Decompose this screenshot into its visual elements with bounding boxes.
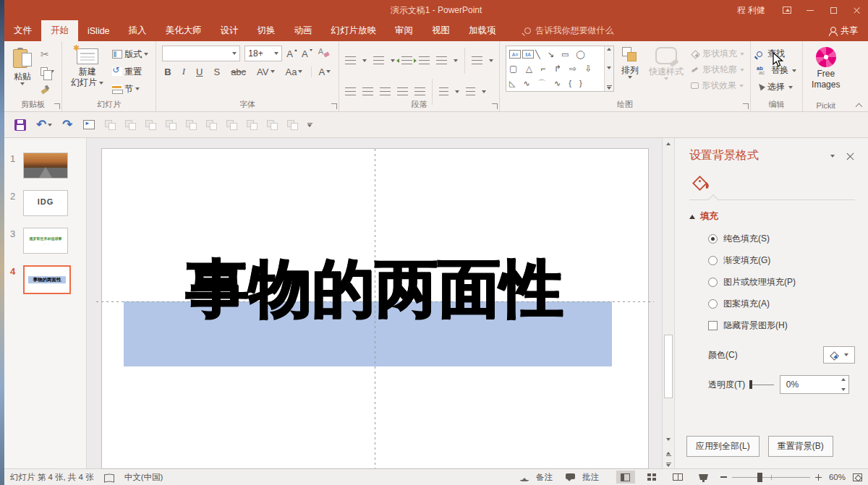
tab-slideshow[interactable]: 幻灯片放映 (322, 20, 386, 41)
zoom-percentage[interactable]: 60% (829, 473, 846, 481)
slide-thumbnail-3[interactable]: 俄罗斯世界杯说球事· ··· · ··· (23, 228, 68, 254)
group-tool[interactable] (186, 120, 196, 129)
redo-button[interactable] (62, 117, 72, 132)
align-left-button[interactable] (345, 87, 356, 96)
tell-me-search[interactable]: 告诉我你想要做什么 (524, 20, 614, 41)
format-painter-button[interactable] (39, 82, 56, 96)
free-images-button[interactable]: Free Images (809, 46, 843, 98)
change-case-button[interactable]: Aa (284, 66, 305, 77)
collapse-ribbon-button[interactable] (856, 103, 862, 108)
scroll-up-button[interactable] (663, 138, 674, 150)
option-gradient-fill[interactable]: 渐变填充(G) (708, 254, 855, 267)
send-back-tool[interactable] (287, 120, 297, 129)
increase-indent-button[interactable] (419, 56, 430, 65)
spin-up-icon[interactable] (841, 378, 846, 381)
justify-button[interactable] (397, 87, 408, 96)
cut-button[interactable] (39, 47, 56, 61)
send-backward-tool[interactable] (247, 120, 257, 129)
align-tool-2[interactable] (125, 120, 135, 129)
increase-font-button[interactable]: A (286, 48, 297, 59)
undo-button[interactable] (36, 117, 52, 132)
quick-styles-button[interactable]: 快速样式 (646, 46, 686, 98)
vertical-textbox-icon[interactable]: ‖A (522, 50, 534, 59)
shapes-scroll-down-icon[interactable] (607, 66, 611, 69)
paragraph-dialog-launcher[interactable] (492, 103, 498, 109)
layout-button[interactable]: 版式 (111, 47, 150, 61)
notes-toggle[interactable]: 备注 (536, 472, 553, 483)
normal-view-button[interactable] (616, 471, 635, 484)
clear-formatting-button[interactable] (318, 50, 328, 57)
align-center-button[interactable] (362, 87, 373, 96)
arrange-button[interactable]: 排列 (618, 46, 642, 98)
fill-bucket-icon[interactable] (691, 175, 712, 194)
align-tool-4[interactable] (166, 120, 176, 129)
font-color-button[interactable]: A (311, 66, 333, 77)
line-spacing-button[interactable] (436, 56, 447, 65)
reset-background-button[interactable]: 重置背景(B) (768, 436, 833, 457)
scroll-down-button[interactable] (663, 434, 674, 445)
text-direction-button[interactable] (472, 56, 482, 65)
distribute-button[interactable] (414, 87, 425, 96)
replace-button[interactable]: 替换 (757, 64, 796, 77)
slideshow-view-button[interactable] (694, 471, 713, 484)
panel-menu-caret[interactable] (830, 155, 835, 158)
apply-to-all-button[interactable]: 应用到全部(L) (686, 436, 760, 457)
tab-islide[interactable]: iSlide (78, 20, 119, 41)
tab-review[interactable]: 审阅 (386, 20, 422, 41)
shapes-scroll-up-icon[interactable] (607, 48, 611, 51)
strikethrough-button[interactable]: abc (229, 66, 248, 77)
radio-solid-fill[interactable] (708, 234, 718, 244)
font-name-combo[interactable] (162, 46, 240, 61)
slide-thumbnail-4-selected[interactable]: 事物的两面性 (23, 265, 71, 294)
scrollbar-thumb[interactable] (664, 335, 673, 398)
option-picture-fill[interactable]: 图片或纹理填充(P) (708, 276, 855, 288)
new-slide-button[interactable]: 新建 幻灯片 (68, 46, 106, 98)
tab-animations[interactable]: 动画 (285, 20, 322, 41)
vertical-scrollbar[interactable] (662, 138, 674, 468)
align-tool-1[interactable] (105, 120, 115, 129)
tab-view[interactable]: 视图 (422, 20, 459, 41)
tab-home[interactable]: 开始 (41, 20, 78, 41)
zoom-slider-track[interactable] (732, 477, 810, 478)
next-slide-button[interactable] (666, 463, 671, 467)
font-size-combo[interactable]: 18+ (244, 46, 282, 61)
slide-thumbnail-1[interactable] (23, 153, 68, 179)
tab-file[interactable]: 文件 (4, 20, 41, 41)
tab-transitions[interactable]: 切换 (248, 20, 285, 41)
language-indicator[interactable]: 中文(中国) (124, 472, 163, 483)
color-picker-button[interactable] (823, 346, 855, 364)
shape-icons-row3[interactable] (509, 80, 585, 87)
shape-outline-button[interactable]: 形状轮廓 (691, 64, 744, 76)
clipboard-dialog-launcher[interactable] (54, 103, 60, 109)
smartart-convert-button[interactable] (466, 87, 475, 96)
zoom-slider-thumb[interactable] (757, 473, 762, 482)
select-button[interactable]: 选择 (757, 81, 796, 93)
slide-sorter-button[interactable] (642, 471, 661, 484)
find-button[interactable]: 查找 (757, 48, 796, 60)
previous-slide-button[interactable] (666, 452, 671, 456)
minimize-button[interactable] (799, 0, 822, 20)
slide-canvas[interactable]: 事物的两面性 (101, 148, 649, 469)
bold-button[interactable]: B (162, 66, 173, 77)
close-button[interactable] (845, 0, 868, 20)
align-right-button[interactable] (380, 87, 391, 96)
bullets-button[interactable] (345, 56, 356, 65)
zoom-in-button[interactable] (815, 474, 822, 481)
panel-close-icon[interactable] (846, 152, 855, 160)
option-hide-background[interactable]: 隐藏背景图形(H) (708, 319, 855, 332)
shape-fill-button[interactable]: 形状填充 (691, 48, 744, 60)
transparency-spinbox[interactable]: 0% (780, 375, 849, 394)
bring-front-tool[interactable] (267, 120, 277, 129)
tab-meihua[interactable]: 美化大师 (156, 20, 211, 41)
qat-overflow-button[interactable] (307, 123, 312, 127)
font-dialog-launcher[interactable] (331, 103, 337, 109)
shape-icons-row2[interactable] (509, 64, 595, 73)
slide-title-text[interactable]: 事物的两面性 (102, 253, 648, 325)
horizontal-textbox-icon[interactable]: A≡ (509, 50, 521, 59)
slide-thumbnail-2[interactable]: IDG········ (23, 190, 68, 216)
underline-button[interactable]: U (194, 66, 205, 77)
save-button[interactable] (14, 119, 26, 131)
spin-down-icon[interactable] (841, 388, 846, 391)
drawing-dialog-launcher[interactable] (743, 103, 749, 109)
italic-button[interactable]: I (180, 66, 187, 77)
